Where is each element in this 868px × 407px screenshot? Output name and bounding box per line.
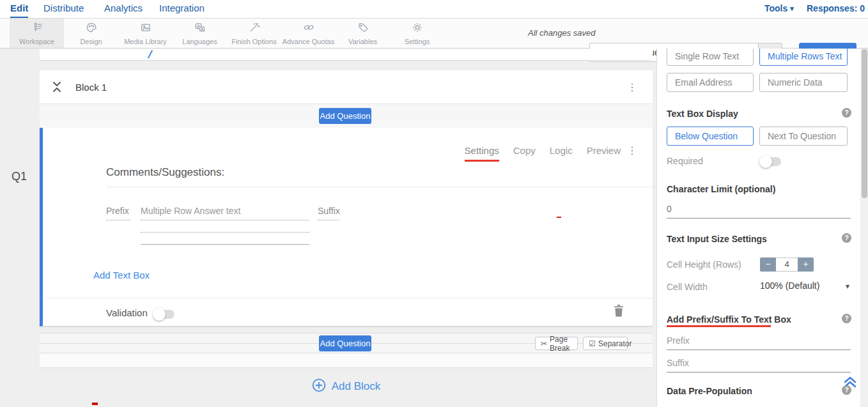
add-question-strip-top: Add Question — [40, 104, 653, 128]
multi-row-textarea[interactable]: Multiple Row Answer text — [141, 206, 309, 245]
nav-tab-edit[interactable]: Edit — [10, 0, 28, 18]
suffix-inline-field[interactable]: Suffix — [318, 206, 339, 220]
validation-toggle[interactable] — [154, 310, 174, 319]
toggle-knob — [153, 308, 166, 321]
toolbar-tab-media-library[interactable]: Media Library — [118, 19, 173, 48]
separator-button[interactable]: ☑ Separator — [583, 337, 628, 350]
help-icon[interactable]: ? — [842, 108, 851, 118]
cell-width-select[interactable]: 100% (Default) — [760, 280, 819, 291]
workspace-icon — [31, 21, 43, 36]
character-limit-input[interactable] — [667, 204, 851, 219]
cell-height-stepper: − 4 + — [760, 257, 814, 272]
display-option-next-to-question[interactable]: Next To Question — [759, 127, 848, 146]
stepper-plus-button[interactable]: + — [798, 257, 814, 272]
prefix-inline-field[interactable]: Prefix — [106, 206, 131, 220]
save-status: All changes saved — [528, 28, 596, 38]
tab-copy[interactable]: Copy — [513, 145, 536, 162]
cell-width-label: Cell Width — [667, 282, 708, 292]
toolbar-tab-design[interactable]: Design — [64, 19, 118, 48]
checkbox-icon: ☑ — [589, 339, 596, 348]
top-nav: Edit Distribute Analytics Integration To… — [0, 0, 868, 19]
tag-icon — [357, 21, 369, 36]
tab-settings[interactable]: Settings — [465, 145, 499, 162]
cell-height-label: Cell Height (Rows) — [667, 259, 741, 270]
type-option-numeric-data[interactable]: Numeric Data — [759, 73, 848, 92]
textarea-placeholder: Multiple Row Answer text — [141, 206, 309, 220]
scrolled-section-edge — [40, 49, 653, 61]
clipped-edit-icon-fragment — [148, 50, 153, 58]
type-option-multiple-rows-text[interactable]: Multiple Rows Text — [759, 49, 848, 66]
tools-menu[interactable]: Tools ▾ — [764, 0, 794, 18]
toolbar-tab-finish-options[interactable]: Finish Options — [227, 19, 281, 48]
add-text-box-link[interactable]: Add Text Box — [93, 270, 150, 280]
prefix-suffix-title: Add Prefix/Suffix To Text Box — [667, 314, 791, 325]
annotation-red-dash — [557, 217, 561, 218]
data-pre-population-title: Data Pre-Population — [667, 386, 752, 396]
palette-icon — [85, 21, 98, 36]
chevron-down-icon[interactable]: ▾ — [846, 282, 849, 291]
text-box-display-title: Text Box Display — [667, 109, 738, 119]
collapse-block-icon[interactable] — [51, 80, 63, 94]
question-card: Settings Copy Logic Preview ⋮ Comments/S… — [40, 128, 653, 326]
gear-icon — [411, 21, 424, 36]
page-break-button[interactable]: ✂ Page Break — [535, 337, 578, 350]
tab-logic[interactable]: Logic — [550, 145, 573, 162]
divider — [46, 298, 653, 298]
stepper-minus-button[interactable]: − — [760, 257, 776, 272]
toolbar-tab-settings[interactable]: Settings — [390, 19, 444, 48]
wand-icon — [248, 21, 261, 36]
stepper-value[interactable]: 4 — [776, 257, 798, 272]
nav-tab-integration[interactable]: Integration — [159, 0, 205, 18]
help-icon[interactable]: ? — [842, 385, 851, 395]
block-title[interactable]: Block 1 — [75, 82, 107, 93]
annotation-red-underline — [667, 325, 771, 327]
text-input-size-title: Text Input Size Settings — [667, 234, 767, 244]
toggle-knob — [759, 155, 772, 168]
empty-strip — [40, 353, 653, 368]
nav-tab-distribute[interactable]: Distribute — [43, 0, 84, 18]
circle-plus-icon — [312, 378, 326, 395]
toolbar-tab-advance-quotas[interactable]: Advance Quotas — [281, 19, 336, 48]
divider — [106, 187, 667, 187]
toolbar-tab-variables[interactable]: Variables — [336, 19, 390, 48]
type-option-email-address[interactable]: Email Address — [667, 73, 754, 92]
scissors-icon: ✂ — [541, 339, 547, 348]
character-limit-title: Character Limit (optional) — [667, 184, 775, 194]
validation-label: Validation — [106, 307, 148, 318]
add-block-button[interactable]: Add Block — [40, 377, 653, 396]
toolbar-tab-workspace[interactable]: Workspace — [10, 19, 64, 48]
textarea-row-line — [141, 233, 309, 245]
image-icon — [139, 21, 152, 36]
question-number: Q1 — [12, 170, 27, 183]
type-option-single-row-text[interactable]: Single Row Text — [667, 49, 754, 66]
add-question-button-top[interactable]: Add Question — [319, 108, 371, 124]
required-toggle[interactable] — [761, 157, 781, 166]
help-icon[interactable]: ? — [842, 233, 851, 243]
questionpro-survey-editor: Edit Distribute Analytics Integration To… — [0, 0, 868, 407]
suffix-input[interactable] — [667, 358, 851, 372]
help-icon[interactable]: ? — [842, 314, 851, 323]
prefix-input[interactable] — [667, 335, 851, 350]
textarea-row-line — [141, 220, 309, 233]
annotation-red-mark — [92, 403, 98, 405]
translate-icon — [194, 21, 206, 36]
question-menu-icon[interactable]: ⋮ — [627, 144, 637, 157]
tab-preview[interactable]: Preview — [587, 145, 621, 162]
editor-toolbar: Workspace Design Media Library Languages… — [0, 19, 868, 49]
question-title[interactable]: Comments/Suggestions: — [106, 166, 224, 179]
question-tabs: Settings Copy Logic Preview — [465, 145, 621, 162]
chevron-down-icon: ▾ — [790, 4, 794, 12]
responses-count[interactable]: Responses: 0 — [807, 0, 865, 18]
required-label: Required — [667, 156, 703, 166]
add-question-button-bottom[interactable]: Add Question — [319, 335, 371, 351]
display-option-below-question[interactable]: Below Question — [667, 127, 754, 146]
question-settings-panel: Single Row Text Multiple Rows Text Email… — [656, 49, 860, 407]
nav-tab-analytics[interactable]: Analytics — [104, 0, 143, 18]
toolbar-tab-languages[interactable]: Languages — [173, 19, 227, 48]
scrollbar-thumb[interactable] — [862, 49, 867, 198]
link-icon — [302, 21, 315, 36]
block-header: Block 1 ⋮ — [40, 70, 653, 104]
add-question-strip-bottom: Add Question ✂ Page Break ☑ Separator — [40, 333, 653, 353]
block-menu-icon[interactable]: ⋮ — [627, 81, 637, 93]
delete-question-icon[interactable] — [613, 303, 624, 318]
